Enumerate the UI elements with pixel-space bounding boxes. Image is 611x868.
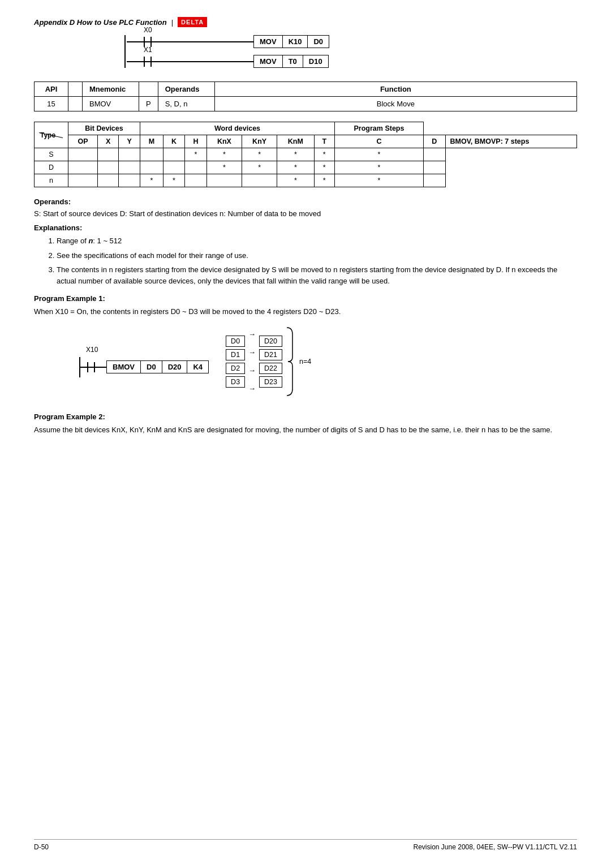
page-footer: D-50 Revision June 2008, 04EE, SW--PW V1… xyxy=(34,839,577,851)
dev-k-header: K xyxy=(163,135,185,148)
dev-c-header: C xyxy=(335,135,424,148)
arrow-2: → xyxy=(248,345,256,360)
dev-knm-header: KnM xyxy=(277,135,314,148)
dev-word-header: Word devices xyxy=(140,122,335,135)
src-d1: D1 xyxy=(226,349,245,360)
instr-k10: K10 xyxy=(283,36,308,48)
top-ladder-diagram: X0 MOV K10 D0 xyxy=(124,35,577,68)
explanation-item-1: Range of n: 1 ~ 512 xyxy=(57,235,577,247)
dev-d-header: D xyxy=(423,135,445,148)
page-header: Appendix D How to Use PLC Function | DEL… xyxy=(34,17,577,27)
dev-t-header: T xyxy=(314,135,335,148)
header-text: Appendix D How to Use PLC Function xyxy=(34,18,167,27)
dst-d20: D20 xyxy=(259,336,282,347)
api-header-operands: Operands xyxy=(158,82,214,97)
explanations-label: Explanations: xyxy=(34,224,577,232)
x0-label: X0 xyxy=(144,26,152,34)
n-equal-label: n=4 xyxy=(299,358,311,366)
prog-example1-text: When X10 = On, the contents in registers… xyxy=(34,306,577,317)
move-diagram: D0 D1 D2 D3 → → → → D20 D21 D22 D23 n=4 xyxy=(226,326,311,397)
dev-row-n: n ** *** xyxy=(35,174,577,187)
dst-d23: D23 xyxy=(259,376,282,388)
prog-example2-text: Assume the bit devices KnX, KnY, KnM and… xyxy=(34,424,577,436)
instr-bmov-d0: D0 xyxy=(141,361,162,373)
arrow-3: → xyxy=(248,363,256,379)
instr-mov2: MOV xyxy=(254,55,283,67)
instr-mov-k10-d0: MOV K10 D0 xyxy=(253,35,329,48)
dev-row-s: S ****** xyxy=(35,148,577,161)
operands-label: Operands: xyxy=(34,197,577,206)
explanation-list: Range of n: 1 ~ 512 See the specificatio… xyxy=(57,235,577,286)
dev-bit-header: Bit Devices xyxy=(68,122,140,135)
brace-right xyxy=(286,326,294,397)
arrow-1: → xyxy=(248,326,256,342)
src-d2: D2 xyxy=(226,363,245,374)
header-logo: DELTA xyxy=(178,17,207,27)
dst-d22: D22 xyxy=(259,363,282,374)
instr-bmov-d20: D20 xyxy=(162,361,188,373)
api-table: API Mnemonic Operands Function 15 BMOV P… xyxy=(34,81,577,111)
api-header-api: API xyxy=(35,82,68,97)
dev-y-header: Y xyxy=(119,135,140,148)
operands-text: S: Start of source devices D: Start of d… xyxy=(34,209,577,218)
device-table: Type Bit Devices Word devices Program St… xyxy=(34,122,577,187)
instr-d10: D10 xyxy=(303,55,328,67)
dev-steps-header: BMOV, BMOVP: 7 steps xyxy=(445,135,577,148)
api-header-function: Function xyxy=(214,82,576,97)
dev-n-type: n xyxy=(35,174,68,187)
x10-label: X10 xyxy=(86,346,98,354)
dev-type-header: Type xyxy=(35,122,68,148)
api-mnemonic: BMOV xyxy=(83,97,139,111)
api-operands: S, D, n xyxy=(158,97,214,111)
instr-t0: T0 xyxy=(283,55,303,67)
dev-op-header: OP xyxy=(68,135,98,148)
footer-page: D-50 xyxy=(34,843,49,851)
arrow-4: → xyxy=(248,381,256,397)
instr-bmov-label: BMOV xyxy=(107,361,141,373)
api-function: Block Move xyxy=(214,97,576,111)
dev-knx-header: KnX xyxy=(206,135,242,148)
instr-mov-t0-d10: MOV T0 D10 xyxy=(253,55,329,68)
dev-d-type: D xyxy=(35,161,68,174)
dev-s-type: S xyxy=(35,148,68,161)
dev-row-d: D ***** xyxy=(35,161,577,174)
dst-d21: D21 xyxy=(259,349,282,360)
instr-bmov: BMOV D0 D20 K4 xyxy=(106,360,209,373)
footer-revision: Revision June 2008, 04EE, SW--PW V1.11/C… xyxy=(414,843,577,851)
prog-example1-diagram: X10 BMOV D0 D20 K4 D0 D1 D2 D3 → → xyxy=(79,326,577,397)
src-d3: D3 xyxy=(226,376,245,388)
dev-m-header: M xyxy=(140,135,163,148)
src-d0: D0 xyxy=(226,336,245,347)
instr-mov1: MOV xyxy=(254,36,283,48)
explanation-item-2: See the specifications of each model for… xyxy=(57,250,577,261)
dev-x-header: X xyxy=(97,135,119,148)
ladder-row-x1: X1 MOV T0 D10 xyxy=(127,55,577,68)
instr-bmov-k4: K4 xyxy=(187,361,208,373)
header-divider: | xyxy=(171,18,173,27)
dev-prog-header: Program Steps xyxy=(335,122,424,135)
api-header-mnemonic: Mnemonic xyxy=(83,82,139,97)
x1-label: X1 xyxy=(144,46,152,54)
instr-d0: D0 xyxy=(308,36,329,48)
explanation-item-3: The contents in n registers starting fro… xyxy=(57,264,577,286)
api-header-p xyxy=(139,82,158,97)
prog-example2-label: Program Example 2: xyxy=(34,412,577,421)
prog-example1-label: Program Example 1: xyxy=(34,294,577,303)
dev-h-header: H xyxy=(185,135,207,148)
api-num: 15 xyxy=(35,97,68,111)
ladder-row-x0: X0 MOV K10 D0 xyxy=(127,35,577,48)
dev-kny-header: KnY xyxy=(242,135,277,148)
api-p: P xyxy=(139,97,158,111)
